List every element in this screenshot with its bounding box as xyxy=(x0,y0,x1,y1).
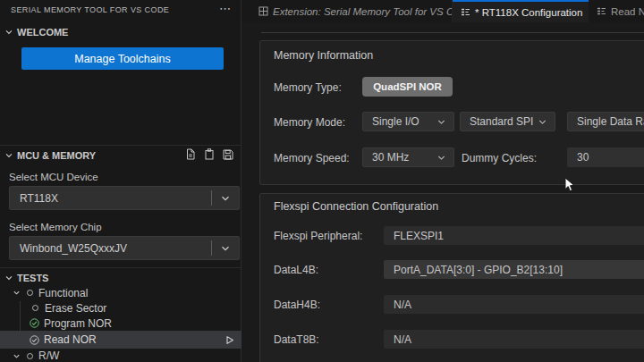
datat8b-field[interactable]: N/A xyxy=(384,330,644,349)
memory-chip-select[interactable]: Winbond_W25QxxxJV xyxy=(9,236,240,260)
section-label: TESTS xyxy=(17,273,48,283)
tab-label: Extension: Serial Memory Tool for VS Cod… xyxy=(273,6,453,17)
selected-value: Standard SPI xyxy=(461,115,538,128)
chevron-down-icon xyxy=(13,289,21,297)
document-icon[interactable] xyxy=(185,148,196,160)
tree-item-label: Program NOR xyxy=(44,317,112,330)
memory-mode-spi-select[interactable]: Standard SPI xyxy=(460,112,555,131)
editor-area: Extension: Serial Memory Tool for VS Cod… xyxy=(242,0,644,362)
tree-item-rw[interactable]: R/W xyxy=(0,349,242,362)
manage-toolchains-button[interactable]: Manage Toolchains xyxy=(21,47,224,70)
app-window: SERIAL MEMORY TOOL FOR VS CODE ⋯ WELCOME… xyxy=(0,0,644,362)
panel-heading: Memory Information xyxy=(274,49,373,62)
cursor-icon xyxy=(564,177,576,193)
chevron-down-icon xyxy=(220,243,231,254)
save-icon[interactable] xyxy=(223,149,233,160)
section-header-welcome[interactable]: WELCOME xyxy=(0,23,242,41)
mcu-device-value: RT118X xyxy=(10,192,211,205)
check-circle-icon xyxy=(30,318,39,328)
chevron-down-icon xyxy=(4,151,13,160)
memory-chip-value: Winbond_W25QxxxJV xyxy=(10,242,211,255)
selected-value: Single Data Rate xyxy=(568,115,644,128)
memory-chip-label: Select Memory Chip xyxy=(9,222,102,232)
datat8b-label: DataT8B: xyxy=(274,333,319,346)
tree-item-erase-sector[interactable]: Erase Sector xyxy=(0,300,242,316)
datah4b-field[interactable]: N/A xyxy=(384,295,644,314)
tab-rt118x-configuration[interactable]: * RT118X Configuration × xyxy=(453,0,589,22)
status-circle-icon xyxy=(27,290,33,296)
scrolled-panel-edge xyxy=(261,32,644,33)
tab-label: * RT118X Configuration xyxy=(475,7,582,18)
tab-bar: Extension: Serial Memory Tool for VS Cod… xyxy=(242,0,644,22)
tree-item-label: Functional xyxy=(38,287,88,299)
panel-heading: Flexspi Connection Configuration xyxy=(274,200,438,213)
select-divider xyxy=(211,190,212,206)
datal4b-label: DataL4B: xyxy=(274,264,318,276)
memory-mode-rate-select[interactable]: Single Data Rate xyxy=(567,112,644,131)
selected-value: Single I/O xyxy=(363,115,436,128)
chevron-down-icon xyxy=(4,28,13,37)
check-circle-icon xyxy=(30,335,39,345)
chevron-down-icon xyxy=(538,117,547,127)
chevron-down-icon xyxy=(4,274,13,282)
section-label: WELCOME xyxy=(17,27,68,38)
chevron-down-icon xyxy=(220,193,231,204)
memory-speed-select[interactable]: 30 MHz xyxy=(362,147,454,167)
select-divider xyxy=(211,240,212,256)
chevron-down-icon xyxy=(436,153,446,163)
extension-grid-icon xyxy=(258,6,268,16)
chevron-down-icon xyxy=(436,117,446,127)
tree-item-program-nor[interactable]: Program NOR xyxy=(0,316,242,331)
status-circle-icon xyxy=(27,353,33,359)
config-list-icon xyxy=(597,7,606,16)
memory-speed-label: Memory Speed: xyxy=(274,152,350,164)
section-divider xyxy=(0,145,242,146)
dummy-cycles-label: Dummy Cycles: xyxy=(462,152,537,164)
flexspi-peripheral-label: Flexspi Peripheral: xyxy=(274,230,362,242)
chevron-down-icon xyxy=(13,352,21,360)
tree-item-label: Read NOR xyxy=(44,333,97,346)
config-list-icon xyxy=(461,8,470,17)
tree-item-label: R/W xyxy=(38,349,59,362)
selected-value: 30 MHz xyxy=(363,151,436,164)
sidebar-title: SERIAL MEMORY TOOL FOR VS CODE xyxy=(11,5,169,14)
memory-type-label: Memory Type: xyxy=(274,81,342,94)
memory-information-panel: Memory Information Memory Type: QuadSPI … xyxy=(259,40,644,185)
mcu-device-label: Select MCU Device xyxy=(9,172,98,182)
sidebar: SERIAL MEMORY TOOL FOR VS CODE ⋯ WELCOME… xyxy=(0,0,242,362)
more-actions-icon[interactable]: ⋯ xyxy=(219,2,232,15)
configuration-webview: Memory Information Memory Type: QuadSPI … xyxy=(242,22,644,362)
tab-extension-page[interactable]: Extension: Serial Memory Tool for VS Cod… xyxy=(250,0,453,22)
mcu-device-select[interactable]: RT118X xyxy=(9,186,240,210)
tab-read-nor[interactable]: Read NOR xyxy=(589,0,644,22)
dummy-cycles-input[interactable]: 30 xyxy=(567,147,644,167)
datal4b-field[interactable]: PortA_DATA[3:0] - GPIO_B2[13:10] xyxy=(384,260,644,279)
section-divider xyxy=(0,267,242,268)
run-test-play-icon[interactable] xyxy=(225,335,234,345)
memory-mode-io-select[interactable]: Single I/O xyxy=(362,112,454,131)
flexspi-peripheral-field[interactable]: FLEXSPI1 xyxy=(384,226,644,245)
memory-mode-label: Memory Mode: xyxy=(274,116,345,129)
flexspi-configuration-panel: Flexspi Connection Configuration Flexspi… xyxy=(259,193,644,362)
section-header-tests[interactable]: TESTS xyxy=(0,269,242,287)
status-circle-icon xyxy=(32,305,38,311)
tab-label: Read NOR xyxy=(611,6,644,17)
tree-item-read-nor[interactable]: Read NOR xyxy=(0,331,242,349)
mcu-memory-toolbar xyxy=(185,148,233,160)
tree-item-functional[interactable]: Functional xyxy=(0,285,242,300)
memory-type-button[interactable]: QuadSPI NOR xyxy=(362,77,453,97)
section-label: MCU & MEMORY xyxy=(17,150,96,161)
datah4b-label: DataH4B: xyxy=(274,299,320,311)
tree-item-label: Erase Sector xyxy=(45,302,106,315)
clipboard-icon[interactable] xyxy=(204,148,215,160)
